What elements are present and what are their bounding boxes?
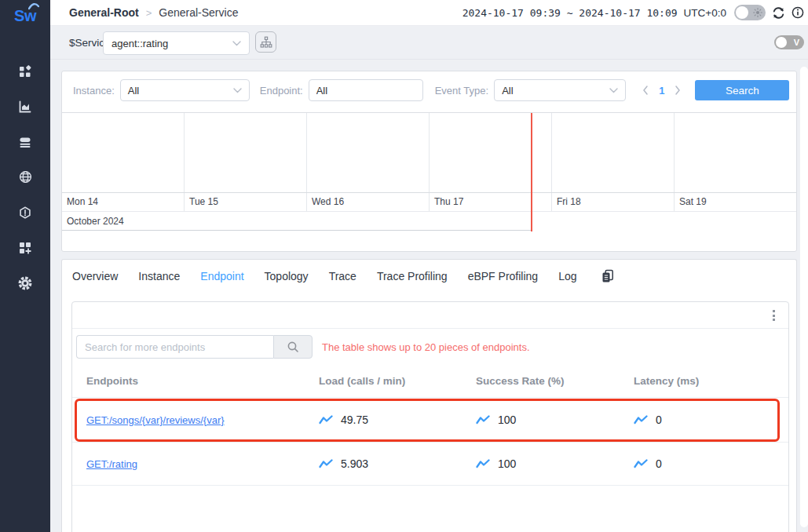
timeline-day-column: [430, 113, 552, 192]
endpoints-card: The table shows up to 20 pieces of endpo…: [71, 301, 789, 532]
grid-plus-icon: [19, 242, 31, 254]
sitemap-icon: [260, 36, 272, 49]
toggle-knob: [736, 6, 748, 19]
skywalking-logo[interactable]: Sw: [0, 0, 50, 31]
sidebar-item-network[interactable]: [0, 159, 50, 195]
sidebar-item-alerting[interactable]: [0, 195, 50, 230]
endpoint-link[interactable]: GET:/rating: [86, 458, 137, 470]
service-select-value: agent::rating: [112, 38, 168, 49]
sun-icon: [753, 8, 762, 17]
trend-line-icon: [634, 458, 648, 469]
column-header: Load (calls / min): [319, 375, 476, 387]
refresh-icon[interactable]: [772, 6, 785, 20]
endpoint-link[interactable]: GET:/songs/{var}/reviews/{var}: [86, 414, 225, 426]
timeline-day-label: Sat 19: [675, 193, 796, 211]
trend-line-icon: [476, 458, 490, 469]
breadcrumb-current[interactable]: General-Service: [159, 6, 238, 19]
metric-value: 100: [498, 457, 516, 470]
metric-value: 49.75: [341, 414, 368, 426]
tab-instance[interactable]: Instance: [138, 270, 180, 282]
page-number: 1: [659, 85, 664, 97]
service-topology-button[interactable]: [255, 31, 276, 53]
search-button[interactable]: Search: [695, 80, 789, 100]
event-type-select-value: All: [502, 85, 513, 97]
event-type-select[interactable]: All: [494, 79, 626, 101]
tab-trace[interactable]: Trace: [329, 270, 356, 282]
table-body: GET:/songs/{var}/reviews/{var}49.751000G…: [72, 398, 788, 486]
column-header: Endpoints: [72, 375, 319, 387]
service-select[interactable]: agent::rating: [103, 31, 250, 55]
sidebar-nav: [0, 53, 50, 301]
top-header: General-Root > General-Service 2024-10-1…: [50, 0, 808, 26]
timeline-day-label: Mon 14: [62, 193, 185, 211]
table-row: GET:/rating5.9031000: [72, 443, 788, 486]
sidebar-item-metrics[interactable]: [0, 89, 50, 124]
instance-select[interactable]: All: [120, 79, 250, 101]
logo-swoosh: [28, 2, 39, 10]
table-limit-notice: The table shows up to 20 pieces of endpo…: [322, 341, 530, 353]
version-toggle-label: V: [794, 38, 799, 47]
sidebar-item-settings[interactable]: [0, 265, 50, 301]
dashboard-icon: [19, 65, 31, 78]
endpoint-filter-input[interactable]: [309, 79, 423, 101]
theme-toggle[interactable]: [734, 5, 766, 20]
load-cell: 5.903: [319, 457, 476, 470]
timeline-day-column: [62, 113, 185, 192]
time-range[interactable]: 2024-10-17 09:39 ~ 2024-10-17 10:09: [462, 7, 678, 19]
endpoint-label: Endpoint:: [260, 85, 303, 97]
load-cell: 49.75: [319, 414, 476, 426]
tab-log[interactable]: Log: [558, 270, 576, 282]
timezone[interactable]: UTC+0:0: [684, 7, 726, 19]
metric-value: 0: [656, 457, 662, 470]
scrollbar[interactable]: [800, 67, 808, 527]
timeline-plot-area: [62, 113, 796, 192]
tab-overview[interactable]: Overview: [72, 270, 118, 282]
tab-trace-profiling[interactable]: Trace Profiling: [377, 270, 448, 282]
globe-icon: [19, 170, 32, 184]
timeline-current-marker: [531, 113, 532, 231]
timeline-day-label: Wed 16: [307, 193, 430, 211]
timeline-day-column: [185, 113, 307, 192]
endpoint-search-button[interactable]: [273, 335, 313, 359]
timeline-day-label: Fri 18: [552, 193, 675, 211]
service-detail-panel: OverviewInstanceEndpointTopologyTraceTra…: [61, 259, 797, 532]
tab-ebpf-profiling[interactable]: eBPF Profiling: [468, 270, 538, 282]
search-icon: [287, 341, 299, 353]
trend-line-icon: [634, 414, 648, 425]
column-header: Latency (ms): [634, 375, 788, 387]
latency-cell: 0: [634, 457, 788, 470]
timeline-day-column: [552, 113, 675, 192]
breadcrumb: General-Root > General-Service: [69, 0, 238, 25]
event-type-label: Event Type:: [435, 85, 488, 97]
toggle-knob: [776, 37, 787, 48]
table-row: GET:/songs/{var}/reviews/{var}49.751000: [72, 398, 788, 443]
timeline-day-label: Thu 17: [430, 193, 552, 211]
bar-chart-icon: [19, 100, 31, 113]
breadcrumb-root[interactable]: General-Root: [69, 6, 139, 19]
success-rate-cell: 100: [476, 457, 634, 470]
info-icon[interactable]: [792, 6, 804, 19]
metric-value: 100: [498, 414, 516, 426]
endpoint-search-input[interactable]: [76, 335, 273, 359]
chevron-down-icon: [609, 88, 618, 93]
copy-icon[interactable]: [601, 269, 615, 283]
kebab-menu-icon[interactable]: [766, 308, 781, 323]
timeline-chart[interactable]: Mon 14Tue 15Wed 16Thu 17Fri 18Sat 19 Oct…: [62, 112, 796, 231]
sidebar-item-marketplace[interactable]: [0, 230, 50, 265]
sidebar-item-database[interactable]: [0, 124, 50, 159]
version-toggle[interactable]: V: [774, 35, 804, 49]
tab-endpoint[interactable]: Endpoint: [200, 270, 243, 282]
sidebar-item-dashboard[interactable]: [0, 53, 50, 89]
alert-hexagon-icon: [19, 206, 31, 219]
service-bar: $Service agent::rating V: [50, 26, 808, 60]
sidebar: Sw: [0, 0, 50, 532]
prev-page-icon[interactable]: [642, 86, 649, 95]
next-page-icon[interactable]: [675, 86, 681, 95]
chevron-down-icon: [232, 41, 241, 46]
card-header-strip: [72, 302, 788, 329]
timeline-day-label: Tue 15: [185, 193, 307, 211]
trend-line-icon: [476, 414, 490, 425]
tabs: OverviewInstanceEndpointTopologyTraceTra…: [72, 270, 598, 282]
tab-topology[interactable]: Topology: [265, 270, 309, 282]
metric-value: 0: [656, 414, 662, 426]
